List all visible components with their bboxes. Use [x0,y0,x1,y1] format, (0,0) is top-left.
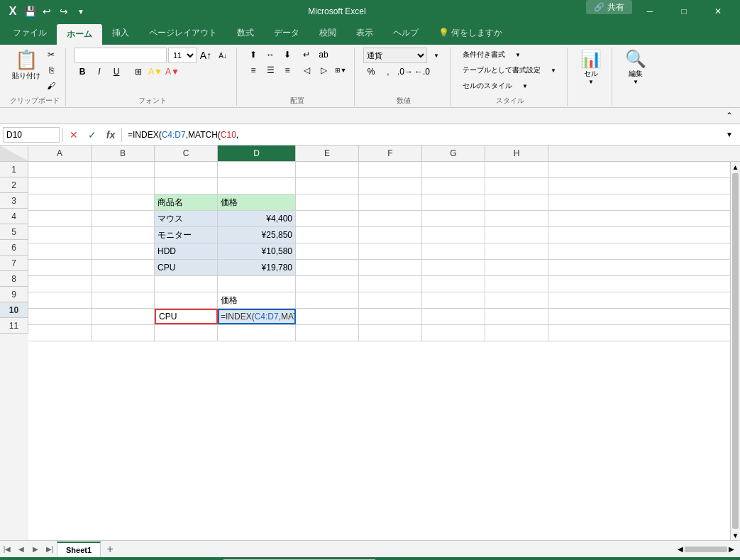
border-button[interactable]: ⊞ [131,65,146,79]
close-button[interactable]: ✕ [702,0,734,23]
row-header-4[interactable]: 4 [0,209,28,224]
cell-g10[interactable] [422,309,485,324]
cell-d6[interactable]: ¥10,580 [218,243,296,259]
cell-f11[interactable] [359,325,422,341]
fill-color-button[interactable]: A▼ [148,65,163,79]
cell-b6[interactable] [92,243,155,259]
collapse-ribbon-button[interactable]: ⌃ [722,109,737,123]
row-header-5[interactable]: 5 [0,224,28,240]
cell-b7[interactable] [92,260,155,275]
cell-a9[interactable] [28,292,92,308]
cell-d10[interactable]: =INDEX(C4:D7,MATCH(C10, [218,309,296,324]
cell-g1[interactable] [422,162,485,177]
align-bottom-button[interactable]: ⬇ [280,48,295,62]
col-header-e[interactable]: E [296,146,359,161]
row-header-2[interactable]: 2 [0,177,28,193]
paste-button[interactable]: 📋 貼り付け [11,48,42,82]
font-name-input[interactable] [74,48,167,63]
cell-c3[interactable]: 商品名 [155,194,218,210]
cell-a6[interactable] [28,243,92,259]
number-format-select[interactable]: 通貨 [363,48,427,63]
cell-a1[interactable] [28,162,92,177]
cell-g6[interactable] [422,243,485,259]
cell-d3[interactable]: 価格 [218,194,296,210]
cell-c1[interactable] [155,162,218,177]
minimize-button[interactable]: ─ [634,0,666,23]
cell-button[interactable]: 📊 セル ▼ [576,48,606,87]
cell-style-button[interactable]: セルのスタイル [459,79,516,93]
cell-g9[interactable] [422,292,485,308]
tab-home[interactable]: ホーム [57,24,102,45]
dropdown-arrow-icon[interactable]: ▼ [74,4,88,18]
cell-e5[interactable] [296,227,359,243]
cell-c10[interactable]: CPU [155,309,218,324]
sheet-nav-prev[interactable]: ◀ [14,541,28,558]
cell-f4[interactable] [359,211,422,226]
cell-e7[interactable] [296,260,359,275]
cell-f6[interactable] [359,243,422,259]
cell-h1[interactable] [485,162,548,177]
cell-a3[interactable] [28,194,92,210]
tab-review[interactable]: 校閲 [309,23,346,45]
text-direction-button[interactable]: ab [316,48,331,62]
cell-reference-box[interactable]: D10 [3,127,60,143]
sheet-tab-sheet1[interactable]: Sheet1 [57,542,101,557]
cell-h4[interactable] [485,211,548,226]
cell-f7[interactable] [359,260,422,275]
tab-data[interactable]: データ [264,23,309,45]
cell-a4[interactable] [28,211,92,226]
cell-b2[interactable] [92,178,155,194]
sheet-nav-next[interactable]: ▶ [28,541,43,558]
tab-view[interactable]: 表示 [346,23,383,45]
sheet-nav-last[interactable]: ▶| [43,541,57,558]
cell-h10[interactable] [485,309,548,324]
tab-file[interactable]: ファイル [3,23,57,45]
cell-h8[interactable] [485,276,548,292]
decrease-indent-button[interactable]: ◁ [299,63,314,77]
cell-f10[interactable] [359,309,422,324]
col-header-g[interactable]: G [422,146,485,161]
cell-c5[interactable]: モニター [155,227,218,243]
cell-e2[interactable] [296,178,359,194]
vertical-scrollbar[interactable]: ▲ ▼ [730,162,740,540]
cell-h6[interactable] [485,243,548,259]
row-header-1[interactable]: 1 [0,162,28,177]
align-center-button[interactable]: ☰ [263,63,278,77]
scrollbar-thumb[interactable] [732,173,739,529]
cell-a8[interactable] [28,276,92,292]
row-header-9[interactable]: 9 [0,287,28,302]
cell-b9[interactable] [92,292,155,308]
table-format-button[interactable]: テーブルとして書式設定 [459,63,544,77]
comma-button[interactable]: , [380,65,396,79]
cell-g5[interactable] [422,227,485,243]
redo-icon[interactable]: ↪ [57,4,71,18]
scroll-left-button[interactable]: ◀ [678,545,683,553]
number-format-dropdown[interactable]: ▼ [429,48,444,62]
cell-d4[interactable]: ¥4,400 [218,211,296,226]
align-right-button[interactable]: ≡ [280,63,295,77]
bold-button[interactable]: B [74,65,90,79]
cell-e9[interactable] [296,292,359,308]
formula-bar-expand-button[interactable]: ▼ [722,128,737,142]
cell-e3[interactable] [296,194,359,210]
cell-h7[interactable] [485,260,548,275]
col-header-a[interactable]: A [28,146,92,161]
increase-font-button[interactable]: A↑ [198,48,214,62]
cell-g7[interactable] [422,260,485,275]
cell-g8[interactable] [422,276,485,292]
percent-button[interactable]: % [363,65,379,79]
col-header-c[interactable]: C [155,146,218,161]
cell-d5[interactable]: ¥25,850 [218,227,296,243]
cell-c9[interactable] [155,292,218,308]
save-icon[interactable]: 💾 [23,4,37,18]
cell-c8[interactable] [155,276,218,292]
tab-search[interactable]: 💡 何をしますか [429,23,512,45]
cell-g3[interactable] [422,194,485,210]
cell-d7[interactable]: ¥19,780 [218,260,296,275]
cell-d9[interactable]: 価格 [218,292,296,308]
cell-f5[interactable] [359,227,422,243]
sheet-nav-first[interactable]: |◀ [0,541,14,558]
col-header-h[interactable]: H [485,146,548,161]
table-format-dropdown[interactable]: ▼ [546,63,561,77]
formula-bar-content[interactable]: =INDEX(C4:D7,MATCH(C10, [125,130,719,140]
